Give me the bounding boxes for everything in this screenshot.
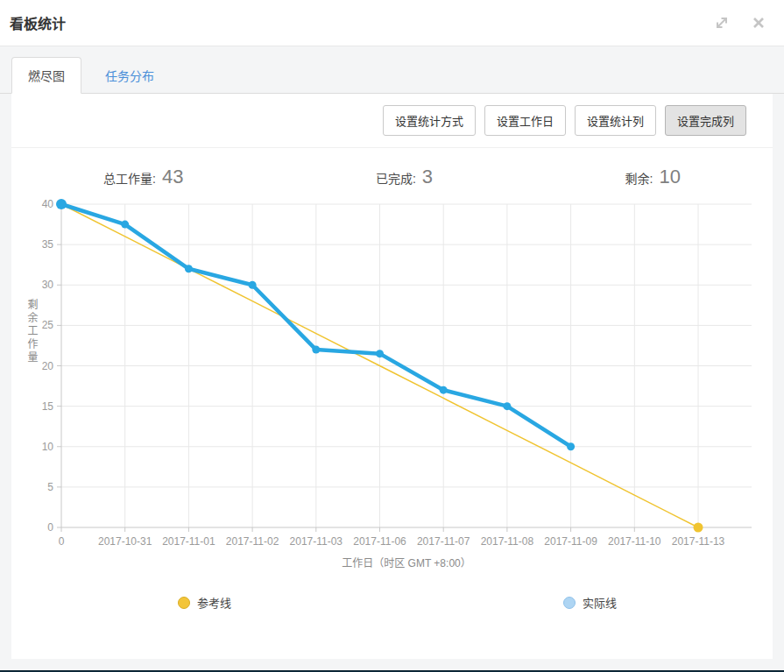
svg-text:2017-11-13: 2017-11-13 — [672, 535, 725, 548]
kanban-stats-dialog: 看板统计 燃尽图 任务分布 设置统计方式 设置工作日 设置统计列 — [0, 0, 784, 672]
actual-line-legend-dot — [563, 597, 576, 609]
svg-text:0: 0 — [47, 521, 53, 534]
svg-text:30: 30 — [42, 279, 54, 291]
svg-text:2017-10-31: 2017-10-31 — [98, 535, 152, 548]
tab-content: 设置统计方式 设置工作日 设置统计列 设置完成列 总工作量: 43 已完成: 3 — [0, 94, 784, 659]
dialog-header: 看板统计 — [0, 0, 784, 46]
tab-task-distribution-label: 任务分布 — [105, 69, 154, 83]
svg-text:2017-11-09: 2017-11-09 — [544, 535, 597, 548]
stat-completed-value: 3 — [422, 166, 433, 188]
svg-text:2017-11-03: 2017-11-03 — [290, 535, 343, 548]
svg-text:35: 35 — [42, 238, 54, 251]
burndown-chart: 051015202530354002017-10-312017-11-01201… — [11, 192, 773, 553]
tab-burndown-label: 燃尽图 — [28, 69, 65, 83]
stat-total-workload-label: 总工作量: — [103, 169, 156, 187]
reference-line-legend-label: 参考线 — [197, 594, 231, 611]
svg-text:15: 15 — [42, 400, 54, 413]
set-workdays-button[interactable]: 设置工作日 — [484, 105, 566, 136]
chart-wrap: 剩余工作量 051015202530354002017-10-312017-11… — [11, 192, 773, 553]
reference-line-legend-dot — [178, 597, 190, 609]
chart-section: 总工作量: 43 已完成: 3 剩余: 10 剩余工作量 05101520253… — [11, 147, 773, 659]
set-completed-column-button[interactable]: 设置完成列 — [665, 105, 746, 136]
svg-text:25: 25 — [42, 319, 54, 331]
stat-total-workload-value: 43 — [162, 166, 183, 188]
stat-total-workload: 总工作量: 43 — [103, 166, 183, 188]
svg-text:40: 40 — [42, 198, 54, 210]
stat-remaining: 剩余: 10 — [625, 166, 681, 188]
stat-remaining-label: 剩余: — [625, 169, 653, 187]
svg-text:2017-11-01: 2017-11-01 — [162, 535, 215, 548]
burndown-panel: 设置统计方式 设置工作日 设置统计列 设置完成列 总工作量: 43 已完成: 3 — [11, 94, 773, 659]
expand-icon[interactable] — [714, 15, 730, 31]
stats-row: 总工作量: 43 已完成: 3 剩余: 10 — [11, 148, 773, 192]
legend-actual-line[interactable]: 实际线 — [563, 594, 617, 611]
toolbar: 设置统计方式 设置工作日 设置统计列 设置完成列 — [11, 94, 773, 147]
stat-remaining-value: 10 — [660, 166, 681, 188]
chart-legend: 参考线 实际线 — [11, 594, 773, 610]
svg-text:0: 0 — [59, 535, 65, 548]
stat-completed-label: 已完成: — [376, 169, 416, 187]
actual-line-legend-label: 实际线 — [583, 594, 617, 611]
tab-burndown[interactable]: 燃尽图 — [11, 57, 81, 94]
set-statistics-column-button[interactable]: 设置统计列 — [575, 105, 656, 136]
x-axis-title: 工作日（时区 GMT +8:00） — [61, 555, 752, 569]
svg-text:10: 10 — [42, 441, 54, 453]
legend-reference-line[interactable]: 参考线 — [178, 594, 231, 611]
tab-bar: 燃尽图 任务分布 — [0, 46, 784, 94]
dialog-title: 看板统计 — [10, 12, 66, 33]
header-icons — [714, 15, 766, 31]
bottom-gap — [0, 659, 784, 670]
tab-task-distribution[interactable]: 任务分布 — [88, 57, 171, 94]
svg-text:2017-11-02: 2017-11-02 — [226, 535, 279, 548]
svg-text:2017-11-06: 2017-11-06 — [353, 535, 406, 548]
y-axis-title: 剩余工作量 — [25, 299, 39, 364]
svg-text:2017-11-07: 2017-11-07 — [417, 535, 470, 548]
svg-text:20: 20 — [42, 360, 54, 372]
svg-text:2017-11-10: 2017-11-10 — [608, 535, 661, 548]
svg-text:2017-11-08: 2017-11-08 — [481, 535, 534, 548]
stat-completed: 已完成: 3 — [376, 166, 433, 188]
close-icon[interactable] — [751, 15, 766, 31]
svg-text:5: 5 — [47, 481, 53, 493]
set-statistics-method-button[interactable]: 设置统计方式 — [383, 105, 476, 136]
